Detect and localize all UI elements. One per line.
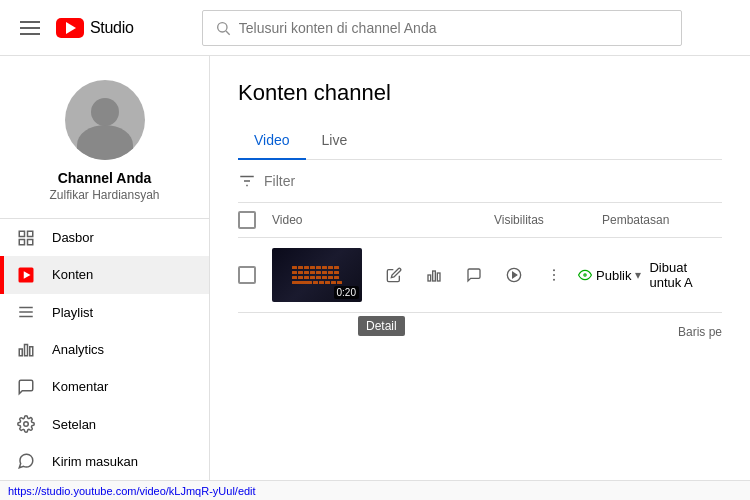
sidebar-label-setelan: Setelan xyxy=(52,417,96,432)
visibility-cell: Publik ▾ xyxy=(578,268,641,283)
channel-info: Channel Anda Zulfikar Hardiansyah xyxy=(0,56,209,219)
avatar xyxy=(65,80,145,160)
channel-name: Channel Anda xyxy=(49,170,159,186)
play-button[interactable] xyxy=(498,259,530,291)
content-area: Konten channel Video Live Video Visibili… xyxy=(210,56,750,480)
play-icon xyxy=(16,265,36,285)
channel-handle: Zulfikar Hardiansyah xyxy=(49,188,159,202)
restriction-label: Dibuat untuk A xyxy=(649,260,692,290)
bar-chart-icon xyxy=(16,339,36,359)
detail-tooltip: Detail xyxy=(358,316,405,336)
visibility-icon xyxy=(578,268,592,282)
rows-per-page: Baris pe xyxy=(238,313,722,339)
sidebar-label-dasbor: Dasbor xyxy=(52,230,94,245)
sidebar-item-setelan[interactable]: Setelan xyxy=(0,405,209,442)
row-checkbox[interactable] xyxy=(238,266,256,284)
svg-rect-5 xyxy=(28,239,33,244)
svg-point-0 xyxy=(217,22,226,31)
analytics-button[interactable] xyxy=(418,259,450,291)
sidebar-item-analytics[interactable]: Analytics xyxy=(0,331,209,368)
svg-rect-4 xyxy=(19,239,24,244)
svg-point-24 xyxy=(553,274,555,276)
svg-rect-18 xyxy=(428,275,431,281)
svg-marker-22 xyxy=(513,272,517,277)
svg-rect-19 xyxy=(433,271,436,281)
table-header: Video Visibilitas Pembatasan xyxy=(238,203,722,238)
statusbar: https://studio.youtube.com/video/kLJmqR-… xyxy=(0,480,750,500)
select-all-checkbox[interactable] xyxy=(238,211,256,229)
topbar: Studio xyxy=(0,0,750,56)
menu-button[interactable] xyxy=(16,17,44,39)
edit-button[interactable] xyxy=(378,259,410,291)
tab-live[interactable]: Live xyxy=(306,122,364,160)
sidebar-label-konten: Konten xyxy=(52,267,93,282)
visibility-dropdown-arrow[interactable]: ▾ xyxy=(635,268,641,282)
gear-icon xyxy=(16,414,36,434)
topbar-left: Studio xyxy=(16,17,134,39)
tab-video[interactable]: Video xyxy=(238,122,306,160)
sidebar: Channel Anda Zulfikar Hardiansyah Dasbor xyxy=(0,56,210,480)
sidebar-item-kirim-masukan[interactable]: Kirim masukan xyxy=(0,443,209,480)
sidebar-label-kirim-masukan: Kirim masukan xyxy=(52,454,138,469)
more-options-button[interactable] xyxy=(538,259,570,291)
search-icon xyxy=(215,20,231,36)
sidebar-item-komentar[interactable]: Komentar xyxy=(0,368,209,405)
sidebar-label-komentar: Komentar xyxy=(52,379,108,394)
filter-icon xyxy=(238,172,256,190)
sidebar-item-dasbor[interactable]: Dasbor xyxy=(0,219,209,256)
svg-rect-3 xyxy=(28,231,33,236)
sidebar-label-playlist: Playlist xyxy=(52,305,93,320)
comments-button[interactable] xyxy=(458,259,490,291)
visibility-label: Publik xyxy=(596,268,631,283)
svg-rect-2 xyxy=(19,231,24,236)
svg-point-25 xyxy=(553,279,555,281)
youtube-icon xyxy=(56,18,84,38)
svg-line-1 xyxy=(226,31,230,35)
list-icon xyxy=(16,302,36,322)
restriction-cell: Dibuat untuk A xyxy=(649,260,722,290)
studio-label: Studio xyxy=(90,19,134,37)
feedback-icon xyxy=(16,451,36,471)
svg-rect-20 xyxy=(437,273,440,281)
filter-bar xyxy=(238,160,722,203)
col-header-visibility: Visibilitas xyxy=(494,213,594,227)
video-duration: 0:20 xyxy=(334,286,359,299)
video-actions: Detail xyxy=(378,259,570,291)
video-thumbnail: 0:20 xyxy=(272,248,362,302)
tabs: Video Live xyxy=(238,122,722,160)
grid-icon xyxy=(16,228,36,248)
svg-rect-12 xyxy=(25,345,28,356)
col-header-video: Video xyxy=(264,213,486,227)
sidebar-item-playlist[interactable]: Playlist xyxy=(0,294,209,331)
search-bar[interactable] xyxy=(202,10,682,46)
comment-icon xyxy=(16,377,36,397)
svg-point-23 xyxy=(553,269,555,271)
svg-point-14 xyxy=(24,422,29,427)
svg-rect-11 xyxy=(19,349,22,356)
page-title: Konten channel xyxy=(238,80,722,106)
sidebar-item-konten[interactable]: Konten xyxy=(0,256,209,293)
svg-rect-13 xyxy=(30,347,33,356)
logo: Studio xyxy=(56,18,134,38)
svg-point-26 xyxy=(584,274,586,276)
main-layout: Channel Anda Zulfikar Hardiansyah Dasbor xyxy=(0,56,750,480)
search-input[interactable] xyxy=(239,20,669,36)
status-url: https://studio.youtube.com/video/kLJmqR-… xyxy=(8,485,256,497)
col-header-restriction: Pembatasan xyxy=(602,213,722,227)
filter-input[interactable] xyxy=(264,173,439,189)
sidebar-label-analytics: Analytics xyxy=(52,342,104,357)
table-row: 0:20 xyxy=(238,238,722,313)
